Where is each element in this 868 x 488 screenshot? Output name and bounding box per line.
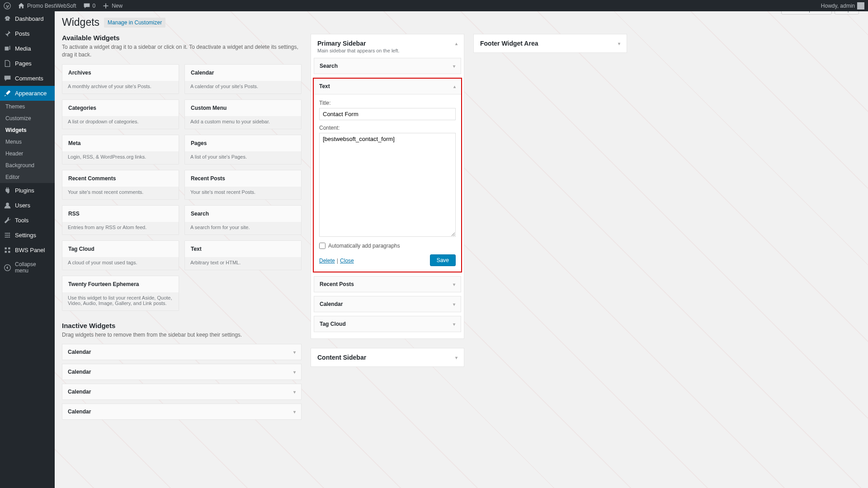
svg-rect-5: [5, 248, 7, 249]
chevron-down-icon: ▾: [618, 41, 620, 46]
sidebar-item-dashboard[interactable]: Dashboard: [0, 11, 55, 26]
sidebar-item-settings[interactable]: Settings: [0, 228, 55, 243]
inactive-widget[interactable]: Calendar▾: [62, 364, 302, 380]
widget-title: Recent Comments: [62, 170, 179, 187]
widget-name: Tag Cloud: [320, 321, 346, 327]
chevron-up-icon: ▴: [455, 41, 458, 46]
primary-sidebar-area: Primary Sidebar ▴ Main sidebar that appe…: [311, 34, 464, 339]
available-widget-tag-cloud[interactable]: Tag CloudA cloud of your most used tags.: [62, 240, 179, 270]
sidebar-subitem-background[interactable]: Background: [0, 160, 55, 171]
manage-customizer-button[interactable]: Manage in Customizer: [104, 18, 165, 28]
available-widget-recent-posts[interactable]: Recent PostsYour site's most recent Post…: [184, 170, 302, 200]
chevron-down-icon: ▾: [293, 409, 296, 414]
sidebar-widget-recent-posts: Recent Posts▾: [314, 276, 461, 292]
inactive-desc: Drag widgets here to remove them from th…: [62, 331, 302, 339]
widget-title: Calendar: [185, 65, 301, 81]
primary-sidebar-toggle[interactable]: Primary Sidebar ▴: [311, 34, 464, 48]
widget-desc: Entries from any RSS or Atom feed.: [62, 222, 179, 235]
available-widget-meta[interactable]: MetaLogin, RSS, & WordPress.org links.: [62, 135, 179, 164]
widget-toggle[interactable]: Tag Cloud▾: [314, 316, 461, 332]
sidebar-subitem-customize[interactable]: Customize: [0, 113, 55, 124]
collapse-label: Collapse menu: [15, 261, 51, 274]
available-heading: Available Widgets: [62, 34, 302, 42]
widget-title: Categories: [62, 100, 179, 116]
widget-form: Title:Content:[bestwebsoft_contact_form]…: [314, 94, 461, 272]
svg-point-4: [9, 236, 10, 238]
comments-link[interactable]: 0: [83, 2, 96, 9]
chevron-down-icon: ▾: [293, 370, 296, 375]
widget-name: Calendar: [320, 301, 343, 307]
site-link[interactable]: Promo BestWebSoft: [18, 2, 76, 9]
available-widget-text[interactable]: TextArbitrary text or HTML.: [184, 240, 302, 270]
plus-icon: [102, 2, 109, 9]
available-widget-recent-comments[interactable]: Recent CommentsYour site's most recent c…: [62, 170, 179, 200]
widget-toggle[interactable]: Calendar▾: [314, 296, 461, 312]
widget-title-input[interactable]: [319, 108, 456, 120]
sidebar-item-media[interactable]: Media: [0, 41, 55, 56]
collapse-menu[interactable]: Collapse menu: [0, 258, 55, 277]
sidebar-item-plugins[interactable]: Plugins: [0, 183, 55, 198]
sidebar-item-users[interactable]: Users: [0, 198, 55, 213]
chevron-down-icon: ▾: [293, 350, 296, 355]
sidebar-subitem-widgets[interactable]: Widgets: [0, 124, 55, 136]
sidebar-item-label: Dashboard: [15, 15, 44, 22]
svg-rect-7: [5, 251, 7, 253]
widget-content-textarea[interactable]: [bestwebsoft_contact_form]: [319, 133, 456, 237]
widget-title: Text: [185, 241, 301, 257]
inactive-widget[interactable]: Calendar▾: [62, 384, 302, 400]
sidebar-item-label: Comments: [15, 75, 43, 82]
chevron-icon: ▾: [453, 64, 455, 69]
sidebar-item-comments[interactable]: Comments: [0, 71, 55, 86]
available-widget-categories[interactable]: CategoriesA list or dropdown of categori…: [62, 99, 179, 129]
available-widget-twenty-fourteen-ephemera[interactable]: Twenty Fourteen EphemeraUse this widget …: [62, 276, 179, 311]
sidebar-item-bws-panel[interactable]: BWS Panel: [0, 243, 55, 258]
primary-sidebar-desc: Main sidebar that appears on the left.: [311, 48, 464, 58]
widget-desc: Your site's most recent comments.: [62, 187, 179, 199]
autopara-checkbox[interactable]: [319, 243, 326, 249]
close-link[interactable]: Close: [340, 258, 354, 264]
available-widget-custom-menu[interactable]: Custom MenuAdd a custom menu to your sid…: [184, 99, 302, 129]
inactive-widget-name: Calendar: [68, 349, 91, 355]
inactive-widget-name: Calendar: [68, 389, 91, 395]
main-content: Screen Options Help Widgets Manage in Cu…: [55, 0, 868, 441]
howdy-link[interactable]: Howdy, admin: [821, 2, 864, 9]
inactive-widget-name: Calendar: [68, 408, 91, 415]
footer-widget-area: Footer Widget Area ▾: [473, 34, 627, 53]
available-widget-search[interactable]: SearchA search form for your site.: [184, 205, 302, 235]
sidebar-item-posts[interactable]: Posts: [0, 26, 55, 41]
widget-toggle[interactable]: Text▴: [314, 79, 461, 94]
sidebar-subitem-header[interactable]: Header: [0, 148, 55, 160]
save-button[interactable]: Save: [430, 254, 456, 266]
new-link[interactable]: New: [102, 2, 123, 9]
widget-toggle[interactable]: Recent Posts▾: [314, 277, 461, 292]
svg-point-0: [4, 2, 10, 9]
inactive-widget[interactable]: Calendar▾: [62, 404, 302, 420]
sidebar-item-appearance[interactable]: Appearance: [0, 86, 55, 101]
widget-title: RSS: [62, 206, 179, 222]
available-widget-archives[interactable]: ArchivesA monthly archive of your site's…: [62, 64, 179, 94]
comments-count: 0: [93, 3, 96, 9]
available-desc: To activate a widget drag it to a sideba…: [62, 43, 302, 59]
delete-link[interactable]: Delete: [319, 258, 335, 264]
sidebar-subitem-themes[interactable]: Themes: [0, 101, 55, 113]
sidebar-subitem-menus[interactable]: Menus: [0, 136, 55, 148]
inactive-widget[interactable]: Calendar▾: [62, 344, 302, 360]
content-sidebar-title: Content Sidebar: [317, 354, 366, 361]
sidebar-item-pages[interactable]: Pages: [0, 56, 55, 71]
home-icon: [18, 2, 25, 9]
widget-name: Recent Posts: [320, 281, 354, 287]
wp-logo[interactable]: [4, 2, 11, 9]
collapse-icon: [4, 264, 11, 272]
available-widget-pages[interactable]: PagesA list of your site's Pages.: [184, 135, 302, 164]
site-name: Promo BestWebSoft: [27, 3, 76, 9]
available-widget-calendar[interactable]: CalendarA calendar of your site's Posts.: [184, 64, 302, 94]
sidebar-item-tools[interactable]: Tools: [0, 213, 55, 228]
sidebar-subitem-editor[interactable]: Editor: [0, 171, 55, 183]
widget-toggle[interactable]: Search▾: [314, 58, 461, 74]
widget-desc: Login, RSS, & WordPress.org links.: [62, 151, 179, 164]
available-widget-rss[interactable]: RSSEntries from any RSS or Atom feed.: [62, 205, 179, 235]
content-sidebar-toggle[interactable]: Content Sidebar ▾: [311, 348, 464, 366]
footer-widget-toggle[interactable]: Footer Widget Area ▾: [474, 34, 627, 52]
widget-title: Recent Posts: [185, 170, 301, 187]
page-title: Widgets: [62, 16, 99, 28]
